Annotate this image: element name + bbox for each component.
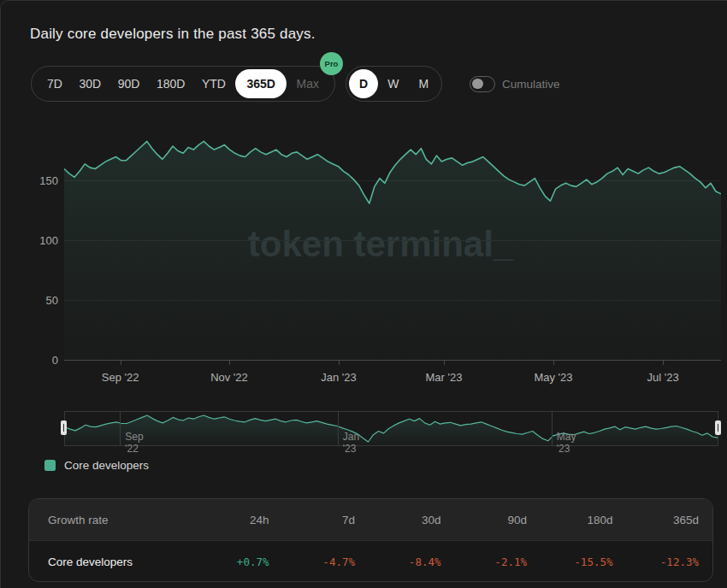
x-axis-label: Sep '22: [93, 371, 148, 384]
y-axis-label-50: 50: [24, 294, 58, 307]
y-axis-label-0: 0: [24, 354, 58, 367]
x-axis-tick: [553, 360, 554, 365]
legend-label: Core developers: [64, 459, 149, 472]
growth-value-90d: -2.1%: [441, 556, 528, 568]
range-button-90d[interactable]: 90D: [111, 66, 147, 102]
table-row-label: Core developers: [48, 556, 183, 568]
x-axis-tick: [663, 360, 664, 365]
table-header-7d: 7d: [269, 514, 356, 526]
table-header-30d: 30d: [355, 514, 441, 526]
range-button-max[interactable]: Max: [290, 66, 326, 102]
x-axis-label: Nov '22: [202, 371, 257, 384]
granularity-selector: DWM: [346, 66, 442, 102]
range-button-30d[interactable]: 30D: [72, 66, 108, 102]
range-button-7d[interactable]: 7D: [40, 66, 69, 102]
handle-grip-icon: [718, 424, 719, 432]
y-axis-label-150: 150: [24, 174, 58, 187]
pro-badge: Pro: [320, 52, 343, 75]
navigator-mini-chart: [65, 412, 718, 445]
legend-swatch-icon: [44, 460, 56, 471]
main-line-chart[interactable]: [64, 128, 721, 360]
x-axis-tick: [121, 360, 121, 365]
handle-grip-icon: [63, 424, 65, 432]
chart-legend: Core developers: [44, 459, 149, 472]
navigator-gridline: [120, 412, 121, 445]
navigator-area: [65, 415, 718, 445]
navigator-gridline: [552, 412, 553, 445]
growth-value-365d: -12.3%: [613, 556, 700, 568]
x-axis-label: Jul '23: [635, 371, 690, 384]
toggle-knob-icon: [472, 79, 483, 90]
table-row: Core developers+0.7%-4.7%-8.4%-2.1%-15.5…: [29, 540, 712, 582]
range-button-ytd[interactable]: YTD: [195, 66, 233, 102]
table-header-24h: 24h: [183, 514, 269, 526]
navigator-left-handle-icon[interactable]: [61, 420, 67, 435]
x-axis-tick: [229, 360, 230, 365]
granularity-button-d[interactable]: D: [349, 69, 378, 98]
growth-value-24h: +0.7%: [183, 556, 269, 568]
table-header-row: Growth rate24h7d30d90d180d365d: [29, 499, 712, 540]
growth-value-180d: -15.5%: [527, 556, 613, 568]
growth-rate-table: Growth rate24h7d30d90d180d365d Core deve…: [28, 498, 713, 582]
x-axis-line: [64, 360, 721, 361]
granularity-button-m[interactable]: M: [409, 66, 440, 102]
navigator-label: Jan '23: [343, 431, 359, 455]
x-axis-label: Jan '23: [311, 371, 366, 384]
table-header-365d: 365d: [613, 514, 700, 526]
x-axis-tick: [339, 360, 340, 365]
y-axis-label-100: 100: [24, 234, 58, 247]
chart-navigator[interactable]: [64, 411, 718, 446]
growth-value-30d: -8.4%: [355, 556, 441, 568]
navigator-label: May '23: [557, 431, 576, 455]
granularity-button-w[interactable]: W: [378, 66, 409, 102]
cumulative-toggle[interactable]: [470, 76, 495, 92]
navigator-label: Sep '22: [125, 431, 143, 455]
table-header-180d: 180d: [527, 514, 613, 526]
range-button-365d[interactable]: 365D: [235, 69, 286, 98]
x-axis-label: Mar '23: [417, 371, 471, 384]
navigator-gridline: [338, 412, 339, 445]
range-button-180d[interactable]: 180D: [150, 66, 192, 102]
x-axis-tick: [444, 360, 445, 365]
page-title: Daily core developers in the past 365 da…: [30, 26, 316, 43]
cumulative-label: Cumulative: [502, 78, 560, 91]
navigator-right-handle-icon[interactable]: [715, 420, 721, 435]
x-axis-label: May '23: [526, 371, 581, 384]
table-header-90d: 90d: [441, 514, 528, 526]
growth-value-7d: -4.7%: [269, 556, 356, 568]
table-header-growth-rate: Growth rate: [48, 514, 183, 526]
time-range-selector: 7D30D90D180DYTD365DMax: [31, 66, 335, 102]
